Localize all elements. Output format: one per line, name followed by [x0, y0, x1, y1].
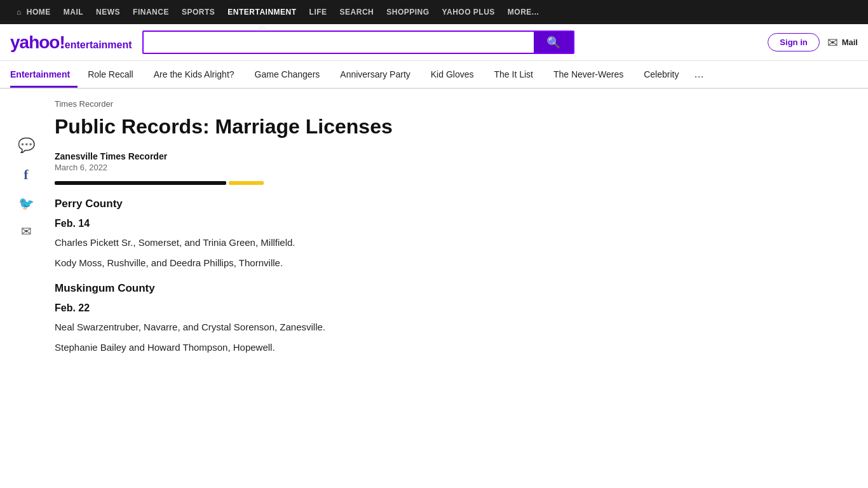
site-header: yahoo!entertainment 🔍 Sign in ✉ Mail — [0, 24, 868, 61]
subnav-kids-alright[interactable]: Are the Kids Alright? — [144, 63, 245, 88]
content-wrapper: 💬 f 🐦 ✉ Times Recorder Public Records: M… — [0, 89, 868, 372]
nav-item-sports[interactable]: Sports — [175, 0, 221, 24]
record-entry: Stephanie Bailey and Howard Thompson, Ho… — [55, 341, 588, 355]
twitter-icon: 🐦 — [18, 196, 34, 210]
subnav-role-recall[interactable]: Role Recall — [78, 63, 144, 88]
mail-label: Mail — [842, 37, 858, 47]
search-button[interactable]: 🔍 — [534, 32, 573, 53]
author-block: Zanesville Times Recorder March 6, 2022 — [55, 151, 588, 172]
divider-yellow-bar — [229, 181, 264, 185]
breadcrumb[interactable]: Times Recorder — [55, 99, 588, 109]
muskingum-county-section: Muskingum County Feb. 22 Neal Swarzentru… — [55, 282, 588, 355]
record-entry: Kody Moss, Rushville, and Deedra Phillip… — [55, 256, 588, 271]
nav-item-mail[interactable]: Mail — [57, 0, 90, 24]
nav-item-more[interactable]: More... — [501, 0, 546, 24]
subnav-celebrity[interactable]: Celebrity — [634, 63, 689, 88]
author-name[interactable]: Zanesville Times Recorder — [55, 151, 588, 161]
subnav-it-list[interactable]: The It List — [484, 63, 543, 88]
nav-item-home[interactable]: ⌂ Home — [10, 0, 57, 24]
logo-yahoo: yahoo! — [10, 32, 65, 53]
nav-item-search[interactable]: Search — [334, 0, 381, 24]
header-actions: Sign in ✉ Mail — [768, 33, 858, 51]
nav-item-finance[interactable]: Finance — [126, 0, 175, 24]
subnav-anniversary-party[interactable]: Anniversary Party — [330, 63, 420, 88]
email-share-button[interactable]: ✉ — [21, 224, 32, 239]
nav-item-news[interactable]: News — [90, 0, 126, 24]
logo-entertainment: entertainment — [65, 39, 132, 51]
entertainment-triangle-icon — [257, 24, 267, 29]
record-entry: Neal Swarzentruber, Navarre, and Crystal… — [55, 320, 588, 335]
perry-county-section: Perry County Feb. 14 Charles Pickett Sr.… — [55, 198, 588, 271]
article-title: Public Records: Marriage Licenses — [55, 115, 588, 139]
facebook-icon: f — [24, 166, 28, 182]
publish-date: March 6, 2022 — [55, 163, 588, 172]
email-icon: ✉ — [21, 224, 32, 238]
article-content: Times Recorder Public Records: Marriage … — [42, 99, 601, 362]
search-input[interactable] — [144, 32, 534, 53]
nav-item-life[interactable]: Life — [303, 0, 334, 24]
muskingum-county-header: Muskingum County — [55, 282, 588, 295]
twitter-share-button[interactable]: 🐦 — [18, 196, 34, 211]
perry-county-header: Perry County — [55, 198, 588, 210]
home-icon: ⌂ — [17, 8, 22, 17]
divider-black-bar — [55, 181, 226, 185]
subnav-entertainment[interactable]: Entertainment — [10, 63, 78, 88]
subnav-kid-gloves[interactable]: Kid Gloves — [421, 63, 484, 88]
nav-item-yahoo-plus[interactable]: Yahoo Plus — [436, 0, 501, 24]
nav-item-entertainment[interactable]: Entertainment — [221, 0, 302, 24]
article-divider — [55, 181, 588, 185]
search-icon: 🔍 — [546, 36, 560, 50]
facebook-share-button[interactable]: f — [24, 166, 28, 183]
top-navigation: ⌂ Home Mail News Finance Sports Entertai… — [0, 0, 868, 24]
record-entry: Charles Pickett Sr., Somerset, and Trini… — [55, 236, 588, 250]
secondary-navigation: Entertainment Role Recall Are the Kids A… — [0, 61, 868, 89]
search-bar: 🔍 — [142, 30, 574, 54]
subnav-more[interactable]: ... — [689, 61, 709, 89]
mail-envelope-icon: ✉ — [827, 35, 838, 50]
subnav-never-weres[interactable]: The Never-Weres — [543, 63, 634, 88]
comment-icon: 💬 — [18, 137, 35, 153]
mail-button[interactable]: ✉ Mail — [827, 35, 858, 50]
nav-item-shopping[interactable]: Shopping — [380, 0, 435, 24]
comment-button[interactable]: 💬 — [18, 137, 35, 154]
social-sidebar: 💬 f 🐦 ✉ — [10, 99, 42, 362]
site-logo[interactable]: yahoo!entertainment — [10, 32, 132, 53]
feb14-header: Feb. 14 — [55, 218, 588, 229]
subnav-game-changers[interactable]: Game Changers — [245, 63, 330, 88]
sign-in-button[interactable]: Sign in — [768, 33, 819, 51]
feb22-header: Feb. 22 — [55, 302, 588, 314]
